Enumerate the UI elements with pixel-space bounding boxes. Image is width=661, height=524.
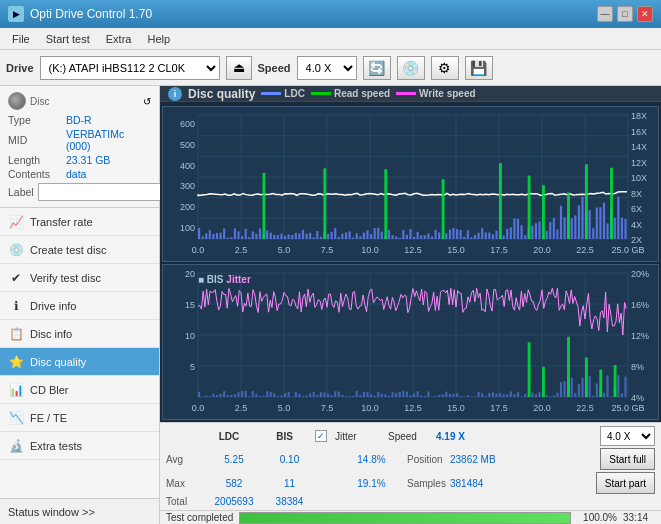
transfer-rate-icon: 📈 [8, 214, 24, 230]
create-test-disc-icon: 💿 [8, 242, 24, 258]
close-button[interactable]: ✕ [637, 6, 653, 22]
chart-title: Disc quality [188, 87, 255, 101]
speed-select-stats[interactable]: 4.0 X [600, 426, 655, 446]
sidebar: Disc ↺ Type BD-R MID VERBATIMc (000) Len… [0, 86, 160, 524]
nav-transfer-rate-label: Transfer rate [30, 216, 93, 228]
max-label: Max [166, 478, 201, 489]
settings-button[interactable]: ⚙ [431, 56, 459, 80]
menu-extra[interactable]: Extra [98, 31, 140, 47]
burn-button[interactable]: 💿 [397, 56, 425, 80]
progress-time: 33:14 [623, 512, 655, 523]
position-value: 23862 MB [450, 454, 496, 465]
right-panel: i Disc quality LDC Read speed Write spee… [160, 86, 661, 524]
save-button[interactable]: 💾 [465, 56, 493, 80]
status-text: Test completed [166, 512, 233, 523]
app-title: Opti Drive Control 1.70 [30, 7, 597, 21]
jitter-checkbox[interactable]: ✓ [315, 430, 327, 442]
max-bis: 11 [267, 478, 312, 489]
nav-verify-test-disc-label: Verify test disc [30, 272, 101, 284]
disc-info-icon: 📋 [8, 326, 24, 342]
nav-extra-tests-label: Extra tests [30, 440, 82, 452]
nav-drive-info-label: Drive info [30, 300, 76, 312]
nav-transfer-rate[interactable]: 📈 Transfer rate [0, 208, 159, 236]
stats-avg-row: Avg 5.25 0.10 14.8% Position 23862 MB St… [166, 448, 655, 470]
bis-jitter-chart-canvas [163, 265, 658, 417]
extra-tests-icon: 🔬 [8, 438, 24, 454]
legend-read-speed-label: Read speed [334, 88, 390, 99]
maximize-button[interactable]: □ [617, 6, 633, 22]
stats-bar: LDC BIS ✓ Jitter Speed 4.19 X 4.0 X Avg … [160, 422, 661, 510]
stats-jitter-header: Jitter [335, 431, 380, 442]
nav-disc-quality-label: Disc quality [30, 356, 86, 368]
nav-fe-te[interactable]: 📉 FE / TE [0, 404, 159, 432]
contents-value: data [66, 168, 151, 180]
nav-create-test-disc[interactable]: 💿 Create test disc [0, 236, 159, 264]
title-bar: ▶ Opti Drive Control 1.70 — □ ✕ [0, 0, 661, 28]
cd-bler-icon: 📊 [8, 382, 24, 398]
mid-value: VERBATIMc (000) [66, 128, 151, 152]
nav-extra-tests[interactable]: 🔬 Extra tests [0, 432, 159, 460]
type-label: Type [8, 114, 66, 126]
progress-bar-container: Test completed 100.0% 33:14 [160, 510, 661, 524]
nav-items: 📈 Transfer rate 💿 Create test disc ✔ Ver… [0, 208, 159, 498]
drive-info-icon: ℹ [8, 298, 24, 314]
nav-drive-info[interactable]: ℹ Drive info [0, 292, 159, 320]
avg-label: Avg [166, 454, 201, 465]
avg-ldc: 5.25 [209, 454, 259, 465]
label-label: Label [8, 186, 34, 198]
eject-button[interactable]: ⏏ [226, 56, 252, 80]
refresh-button[interactable]: 🔄 [363, 56, 391, 80]
nav-disc-info[interactable]: 📋 Disc info [0, 320, 159, 348]
nav-cd-bler[interactable]: 📊 CD Bler [0, 376, 159, 404]
nav-create-test-disc-label: Create test disc [30, 244, 106, 256]
speed-select[interactable]: 4.0 X [297, 56, 357, 80]
window-controls: — □ ✕ [597, 6, 653, 22]
total-ldc: 2005693 [209, 496, 259, 507]
status-window-label: Status window >> [8, 506, 95, 518]
write-speed-color [396, 92, 416, 95]
ldc-chart-canvas [163, 107, 658, 259]
max-jitter: 19.1% [344, 478, 399, 489]
nav-disc-quality[interactable]: ⭐ Disc quality [0, 348, 159, 376]
menu-start-test[interactable]: Start test [38, 31, 98, 47]
total-label: Total [166, 496, 201, 507]
nav-verify-test-disc[interactable]: ✔ Verify test disc [0, 264, 159, 292]
legend-ldc-label: LDC [284, 88, 305, 99]
stats-ldc-header: LDC [204, 431, 254, 442]
label-input[interactable] [38, 183, 173, 201]
length-value: 23.31 GB [66, 154, 151, 166]
drive-label: Drive [6, 62, 34, 74]
stats-max-row: Max 582 11 19.1% Samples 381484 Start pa… [166, 472, 655, 494]
max-ldc: 582 [209, 478, 259, 489]
disc-quality-icon: ⭐ [8, 354, 24, 370]
disc-refresh-icon[interactable]: ↺ [143, 96, 151, 107]
drive-select[interactable]: (K:) ATAPI iHBS112 2 CL0K [40, 56, 220, 80]
menu-file[interactable]: File [4, 31, 38, 47]
samples-value: 381484 [450, 478, 483, 489]
nav-fe-te-label: FE / TE [30, 412, 67, 424]
ldc-color [261, 92, 281, 95]
disc-thumbnail-icon [8, 92, 26, 110]
contents-label: Contents [8, 168, 66, 180]
samples-label: Samples [407, 478, 442, 489]
mid-label: MID [8, 134, 66, 146]
fe-te-icon: 📉 [8, 410, 24, 426]
legend-write-speed-label: Write speed [419, 88, 476, 99]
minimize-button[interactable]: — [597, 6, 613, 22]
type-value: BD-R [66, 114, 151, 126]
avg-bis: 0.10 [267, 454, 312, 465]
quality-chart-bottom [162, 264, 659, 420]
progress-fill [240, 513, 570, 523]
menu-help[interactable]: Help [139, 31, 178, 47]
legend-read-speed: Read speed [311, 88, 390, 99]
position-label: Position [407, 454, 442, 465]
chart-title-icon: i [168, 87, 182, 101]
status-window-button[interactable]: Status window >> [0, 498, 159, 524]
stats-header-row: LDC BIS ✓ Jitter Speed 4.19 X 4.0 X [166, 426, 655, 446]
start-part-button[interactable]: Start part [596, 472, 655, 494]
speed-label: Speed [258, 62, 291, 74]
start-full-button[interactable]: Start full [600, 448, 655, 470]
stats-bis-header: BIS [262, 431, 307, 442]
main-content: Disc ↺ Type BD-R MID VERBATIMc (000) Len… [0, 86, 661, 524]
avg-jitter: 14.8% [344, 454, 399, 465]
